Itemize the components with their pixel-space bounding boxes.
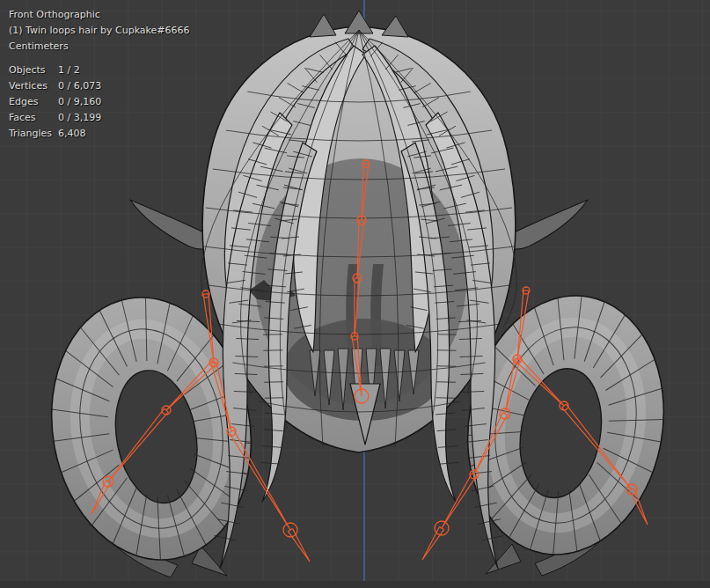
stat-label: Triangles bbox=[9, 126, 58, 142]
stat-edges: Edges 0 / 9,160 bbox=[9, 94, 190, 110]
stat-faces: Faces 0 / 3,199 bbox=[9, 110, 190, 126]
stat-value: 6,408 bbox=[58, 126, 86, 142]
3d-viewport[interactable]: Front Orthographic (1) Twin loops hair b… bbox=[0, 0, 710, 588]
scene-statistics: Objects 1 / 2 Vertices 0 / 6,073 Edges 0… bbox=[9, 62, 190, 142]
stat-label: Edges bbox=[9, 94, 58, 110]
stat-label: Vertices bbox=[9, 78, 58, 94]
view-name: Front Orthographic bbox=[9, 7, 190, 23]
units-label: Centimeters bbox=[9, 39, 190, 55]
stat-value: 0 / 6,073 bbox=[58, 78, 101, 94]
active-object: (1) Twin loops hair by Cupkake#6666 bbox=[9, 23, 190, 39]
stat-value: 0 / 3,199 bbox=[58, 110, 101, 126]
viewport-overlay-text: Front Orthographic (1) Twin loops hair b… bbox=[9, 7, 190, 142]
stat-triangles: Triangles 6,408 bbox=[9, 126, 190, 142]
stat-value: 0 / 9,160 bbox=[58, 94, 101, 110]
stat-value: 1 / 2 bbox=[58, 62, 80, 78]
stat-label: Faces bbox=[9, 110, 58, 126]
bottom-edge bbox=[0, 581, 710, 588]
stat-objects: Objects 1 / 2 bbox=[9, 62, 190, 78]
stat-label: Objects bbox=[9, 62, 58, 78]
stat-vertices: Vertices 0 / 6,073 bbox=[9, 78, 190, 94]
